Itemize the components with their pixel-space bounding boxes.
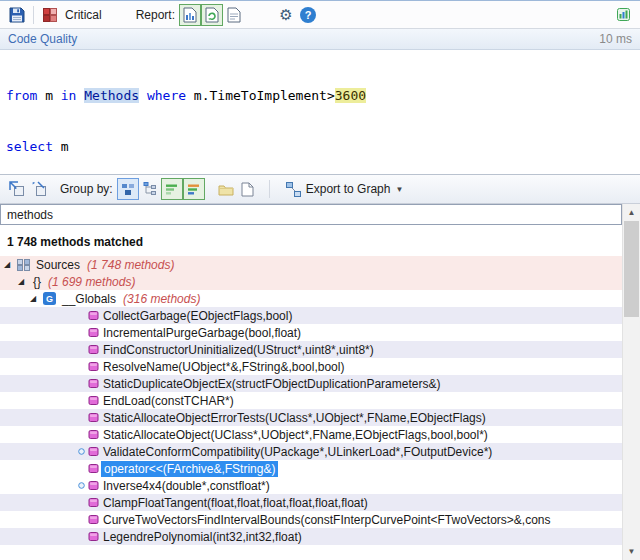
method-icon <box>88 446 101 457</box>
code-token: m <box>37 88 60 103</box>
results-panel: 1 748 methods matched ◢Sources(1 748 met… <box>0 204 640 560</box>
color-bars-toggle[interactable] <box>183 178 205 200</box>
report-plain-icon <box>227 7 241 23</box>
report-refresh-button[interactable] <box>201 4 223 26</box>
tree-item-label: Sources <box>34 258 82 272</box>
tree-item-count: (1 699 methods) <box>48 275 135 289</box>
group-by-label: Group by: <box>60 182 113 196</box>
group-flat-toggle[interactable] <box>117 178 139 200</box>
scrollbar-thumb[interactable] <box>624 221 639 317</box>
results-toolbar: Group by: <box>0 174 640 204</box>
corner-chart-icon <box>617 8 630 21</box>
method-icon <box>88 310 101 321</box>
tree-row-method[interactable]: operator<<(FArchive&,FString&) <box>0 460 622 477</box>
collapse-all-button[interactable] <box>28 178 50 200</box>
static-marker-icon <box>78 448 88 455</box>
tree-item-label: ResolveName(UObject*&,FString&,bool,bool… <box>101 360 346 374</box>
report-refresh-icon <box>205 7 219 23</box>
tree-row-method[interactable]: Inverse4x4(double*,constfloat*) <box>0 477 622 494</box>
report-settings-button[interactable] <box>223 4 245 26</box>
tree-expander-icon[interactable]: ◢ <box>4 261 17 269</box>
method-icon <box>88 344 101 355</box>
scrollbar-track[interactable] <box>623 317 640 543</box>
tree-expander-icon[interactable]: ◢ <box>18 278 31 286</box>
tree-row-method[interactable]: FindConstructorUninitialized(UStruct*,ui… <box>0 341 622 358</box>
code-token: m <box>53 139 69 154</box>
toolbar-separator <box>33 6 34 24</box>
code-line: from m in Methods where m.TimeToImplemen… <box>6 87 634 104</box>
tree-row-method[interactable]: IncrementalPurgeGarbage(bool,float) <box>0 324 622 341</box>
results-tree: ◢Sources(1 748 methods)◢{}(1 699 methods… <box>0 256 622 560</box>
tree-row-method[interactable]: LegendrePolynomial(int32,int32,float) <box>0 528 622 545</box>
search-input[interactable] <box>0 204 622 225</box>
group-tree-toggle[interactable] <box>139 178 161 200</box>
chevron-down-icon: ▼ <box>395 185 403 194</box>
tree-row-method[interactable]: StaticAllocateObjectErrorTests(UClass*,U… <box>0 409 622 426</box>
tree-item-label: operator<<(FArchive&,FString&) <box>101 461 278 477</box>
scroll-down-button[interactable]: ▼ <box>623 543 640 560</box>
tree-item-label: EndLoad(constTCHAR*) <box>101 394 236 408</box>
query-editor[interactable]: from m in Methods where m.TimeToImplemen… <box>0 50 640 174</box>
code-line: select m <box>6 138 634 155</box>
sort-values-toggle[interactable] <box>161 178 183 200</box>
gear-icon: ⚙ <box>279 7 292 22</box>
code-token: select <box>6 139 53 154</box>
tree-row-method[interactable]: StaticAllocateObject(UClass*,UObject*,FN… <box>0 426 622 443</box>
report-view-button[interactable] <box>179 4 201 26</box>
tree-expander-icon[interactable]: ◢ <box>30 295 43 303</box>
tree-item-count: (1 748 methods) <box>87 258 174 272</box>
query-header: Code Quality 10 ms <box>0 29 640 50</box>
tree-item-label: __Globals <box>60 292 118 306</box>
scroll-up-button[interactable]: ▲ <box>623 204 640 221</box>
method-icon <box>88 463 101 474</box>
code-token: Methods <box>84 88 139 103</box>
corner-button[interactable] <box>612 4 634 26</box>
help-icon: ? <box>300 7 316 23</box>
open-folder-button[interactable] <box>215 178 237 200</box>
tree-row-method[interactable]: CurveTwoVectorsFindIntervalBounds(constF… <box>0 511 622 528</box>
tree-row-method[interactable]: ValidateConformCompatibility(UPackage*,U… <box>0 443 622 460</box>
globals-class-icon: G <box>43 292 60 305</box>
collapse-all-icon <box>31 181 47 197</box>
code-token: from <box>6 88 37 103</box>
settings-button[interactable]: ⚙ <box>275 4 297 26</box>
method-icon <box>88 497 101 508</box>
colored-bars-icon <box>187 183 201 196</box>
matched-count: 1 748 methods matched <box>0 225 622 256</box>
critical-label: Critical <box>65 8 102 22</box>
critical-rule-button[interactable] <box>39 4 61 26</box>
vertical-scrollbar[interactable]: ▲ ▼ <box>622 204 640 560</box>
help-button[interactable]: ? <box>297 4 319 26</box>
sources-icon <box>17 259 34 271</box>
tree-row-method[interactable]: ClampFloatTangent(float,float,float,floa… <box>0 494 622 511</box>
query-title: Code Quality <box>8 32 77 46</box>
tree-row-method[interactable]: ResolveName(UObject*&,FString&,bool,bool… <box>0 358 622 375</box>
tree-item-label: StaticDuplicateObjectEx(structFObjectDup… <box>101 377 442 391</box>
sorted-bars-icon <box>165 183 179 196</box>
code-token: 3600 <box>335 88 366 103</box>
query-duration: 10 ms <box>599 32 632 46</box>
save-icon <box>9 7 25 23</box>
graph-icon <box>286 182 301 197</box>
save-button[interactable] <box>6 4 28 26</box>
expand-all-button[interactable] <box>6 178 28 200</box>
tree-item-label: ValidateConformCompatibility(UPackage*,U… <box>101 445 494 459</box>
export-to-graph-button[interactable]: Export to Graph ▼ <box>280 180 410 199</box>
tree-item-label: LegendrePolynomial(int32,int32,float) <box>101 530 304 544</box>
tree-row-method[interactable]: CollectGarbage(EObjectFlags,bool) <box>0 307 622 324</box>
top-toolbar: Critical Report: <box>0 1 640 29</box>
tree-item-label: FindConstructorUninitialized(UStruct*,ui… <box>101 343 376 357</box>
critical-icon <box>43 8 57 22</box>
tree-row-group[interactable]: ◢Sources(1 748 methods) <box>0 256 622 273</box>
toolbar-separator <box>269 180 270 198</box>
tree-row-method[interactable]: StaticDuplicateObjectEx(structFObjectDup… <box>0 375 622 392</box>
expand-all-icon <box>9 181 25 197</box>
tree-item-label: CurveTwoVectorsFindIntervalBounds(constF… <box>101 513 553 527</box>
method-icon <box>88 361 101 372</box>
tree-row-group[interactable]: ◢{}(1 699 methods) <box>0 273 622 290</box>
method-icon <box>88 412 101 423</box>
new-document-button[interactable] <box>237 178 259 200</box>
tree-row-method[interactable]: EndLoad(constTCHAR*) <box>0 392 622 409</box>
tree-row-group[interactable]: ◢G__Globals(316 methods) <box>0 290 622 307</box>
code-token <box>139 88 147 103</box>
